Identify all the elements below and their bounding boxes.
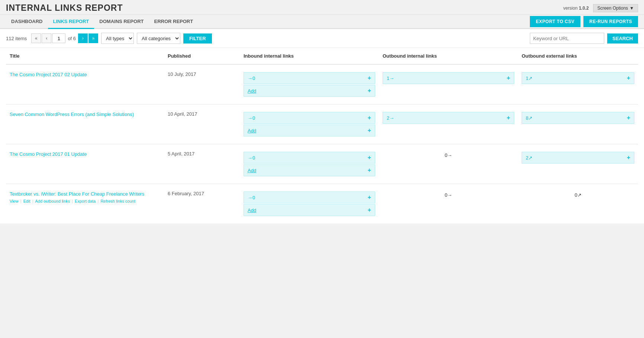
- table-header-row: Title Published Inbound internal links O…: [6, 48, 638, 64]
- col-header-inbound: Inbound internal links: [240, 48, 379, 64]
- report-table: Title Published Inbound internal links O…: [6, 48, 638, 223]
- inbound-link-box[interactable]: →0+: [244, 72, 375, 84]
- inbound-add-plus-icon[interactable]: +: [368, 87, 371, 94]
- row-action-link[interactable]: Add outbound links: [35, 199, 70, 203]
- row-actions: View | Edit | Add outbound links | Expor…: [10, 197, 160, 203]
- inbound-add-link[interactable]: Add: [248, 207, 256, 213]
- prev-page-button[interactable]: ‹: [42, 33, 51, 43]
- cell-outbound-ext: 8↗+: [518, 104, 638, 140]
- cell-inbound: →0+Add+: [240, 64, 379, 100]
- outbound-ext-plus-icon[interactable]: +: [627, 115, 630, 121]
- outbound-int-plus-icon[interactable]: +: [507, 115, 510, 121]
- outbound-ext-plus-icon[interactable]: +: [627, 154, 630, 161]
- outbound-ext-link-box[interactable]: 2↗+: [522, 152, 634, 164]
- cell-outbound-ext: 2↗+: [518, 144, 638, 180]
- published-date: 6 February, 2017: [168, 189, 204, 196]
- filter-types-select[interactable]: All types Posts Pages: [101, 33, 134, 44]
- page-of-text: of 6: [68, 36, 76, 41]
- spacer-row: [6, 179, 638, 184]
- cell-published: 6 February, 2017: [164, 184, 240, 219]
- cell-published: 5 April, 2017: [164, 144, 240, 180]
- inbound-add-plus-icon[interactable]: +: [368, 167, 371, 174]
- row-action-link[interactable]: Edit: [23, 199, 30, 203]
- inbound-add-link[interactable]: Add: [248, 88, 256, 94]
- cell-title: Seven Common WordPress Errors (and Simpl…: [6, 104, 164, 140]
- export-csv-button[interactable]: EXPORT TO CSV: [530, 16, 580, 27]
- tab-links-report[interactable]: LINKS REPORT: [48, 15, 94, 29]
- post-title-link[interactable]: The Cosmo Project 2017 01 Update: [10, 151, 87, 157]
- col-header-outbound-int: Outbound internal links: [379, 48, 518, 64]
- cell-inbound: →0+Add+: [240, 184, 379, 219]
- page-number-input[interactable]: [52, 33, 65, 43]
- col-header-published: Published: [164, 48, 240, 64]
- screen-options-button[interactable]: Screen Options ▼: [593, 4, 638, 12]
- tab-error-report[interactable]: ERROR REPORT: [149, 15, 198, 29]
- cell-title: The Cosmo Project 2017 02 Update: [6, 64, 164, 100]
- inbound-plus-icon[interactable]: +: [368, 194, 371, 201]
- action-separator: |: [96, 199, 100, 203]
- inbound-link-box[interactable]: →0+: [244, 191, 375, 203]
- cell-title: Textbroker vs. iWriter: Best Place For C…: [6, 184, 164, 219]
- outbound-int-link-box[interactable]: 2→+: [383, 112, 514, 124]
- inbound-add-plus-icon[interactable]: +: [368, 127, 371, 134]
- cell-inbound: →0+Add+: [240, 144, 379, 180]
- spacer-row: [6, 139, 638, 144]
- inbound-add-box[interactable]: Add+: [244, 164, 375, 176]
- items-count: 112 items: [6, 36, 27, 41]
- cell-published: 10 April, 2017: [164, 104, 240, 140]
- outbound-ext-link-box[interactable]: 8↗+: [522, 112, 634, 124]
- inbound-value: →0: [248, 75, 255, 81]
- cell-outbound-int: 1→+: [379, 64, 518, 100]
- toolbar-right: SEARCH: [530, 33, 638, 44]
- outbound-int-plain-value: 0→: [445, 191, 452, 198]
- outbound-int-value: 2→: [387, 115, 394, 121]
- inbound-add-box[interactable]: Add+: [244, 204, 375, 216]
- inbound-add-link[interactable]: Add: [248, 128, 256, 133]
- spacer-row: [6, 219, 638, 223]
- search-button[interactable]: SEARCH: [607, 33, 638, 44]
- filter-button[interactable]: FILTER: [183, 33, 212, 44]
- row-action-link[interactable]: View: [10, 199, 19, 203]
- post-title-link[interactable]: Seven Common WordPress Errors (and Simpl…: [10, 112, 134, 117]
- version-text: version 1.0.2: [563, 6, 589, 11]
- filter-categories-select[interactable]: All categories: [137, 33, 180, 44]
- inbound-link-box[interactable]: →0+: [244, 152, 375, 164]
- inbound-add-box[interactable]: Add+: [244, 85, 375, 97]
- last-page-button[interactable]: »: [88, 33, 98, 43]
- cell-published: 10 July, 2017: [164, 64, 240, 100]
- inbound-add-plus-icon[interactable]: +: [368, 207, 371, 213]
- top-right-area: version 1.0.2 Screen Options ▼: [563, 4, 638, 12]
- tab-domains-report[interactable]: DOMAINS REPORT: [94, 15, 149, 29]
- outbound-int-value: 1→: [387, 75, 394, 81]
- next-page-button[interactable]: ›: [78, 33, 88, 43]
- inbound-value: →0: [248, 195, 255, 200]
- first-page-button[interactable]: «: [31, 33, 41, 43]
- inbound-plus-icon[interactable]: +: [368, 115, 371, 121]
- outbound-ext-plus-icon[interactable]: +: [627, 75, 630, 81]
- outbound-ext-link-box[interactable]: 1↗+: [522, 72, 634, 84]
- inbound-link-box[interactable]: →0+: [244, 112, 375, 124]
- search-input[interactable]: [530, 33, 604, 44]
- main-content: Title Published Inbound internal links O…: [0, 48, 644, 223]
- outbound-int-plus-icon[interactable]: +: [507, 75, 510, 81]
- inbound-plus-icon[interactable]: +: [368, 75, 371, 81]
- row-action-link[interactable]: Export data: [75, 199, 96, 203]
- toolbar-left: 112 items « ‹ of 6 › » All types Posts P…: [6, 33, 212, 44]
- post-title-link[interactable]: The Cosmo Project 2017 02 Update: [10, 72, 87, 77]
- cell-title: The Cosmo Project 2017 01 Update: [6, 144, 164, 180]
- outbound-int-link-box[interactable]: 1→+: [383, 72, 514, 84]
- inbound-add-box[interactable]: Add+: [244, 125, 375, 136]
- inbound-plus-icon[interactable]: +: [368, 154, 371, 161]
- top-bar: INTERNAL LINKS REPORT version 1.0.2 Scre…: [0, 0, 644, 15]
- action-separator: |: [31, 199, 35, 203]
- published-date: 5 April, 2017: [168, 149, 194, 157]
- nav-tabs-left: DASHBOARD LINKS REPORT DOMAINS REPORT ER…: [6, 15, 198, 28]
- tab-dashboard[interactable]: DASHBOARD: [6, 15, 48, 29]
- col-header-title: Title: [6, 48, 164, 64]
- cell-outbound-int: 2→+: [379, 104, 518, 140]
- row-action-link[interactable]: Refresh links count: [100, 199, 135, 203]
- rerun-reports-button[interactable]: RE-RUN REPORTS: [583, 16, 638, 27]
- inbound-add-link[interactable]: Add: [248, 168, 256, 173]
- post-title-link[interactable]: Textbroker vs. iWriter: Best Place For C…: [10, 191, 144, 197]
- cell-outbound-ext: 0↗: [518, 184, 638, 219]
